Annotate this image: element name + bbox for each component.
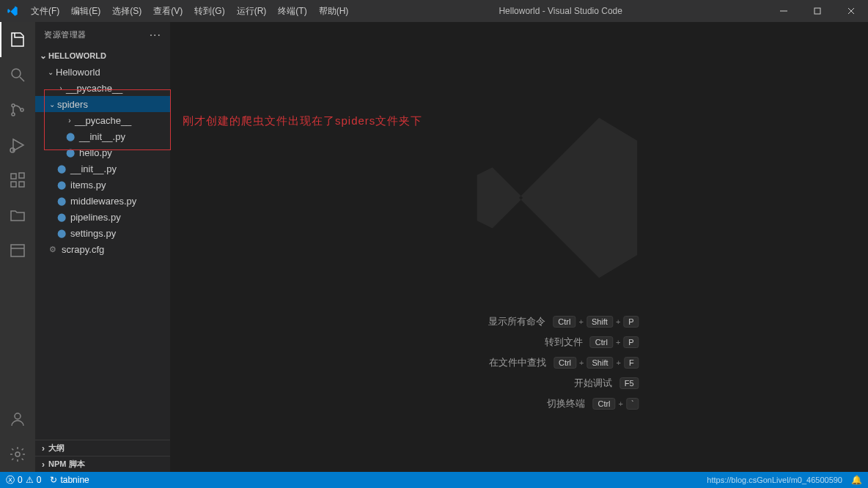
shortcut-row: 切换终端 Ctrl+ ` [399,397,639,410]
accounts-tab[interactable] [0,402,35,437]
tree-label: settings.py [70,228,116,239]
window-title: Helloworld - Visual Studio Code [354,6,767,16]
tree-file-init-spiders[interactable]: ⬤ __init__.py [35,128,170,144]
main-area: 资源管理器 ··· ⌄ HELLOWORLD ⌄ Helloworld › __… [0,22,868,472]
warning-count: 0 [37,475,42,485]
status-errors[interactable]: ⓧ0 ⚠0 [6,474,41,487]
svg-point-1 [12,69,21,78]
sync-icon: ↻ [50,475,57,485]
menu-view[interactable]: 查看(V) [147,0,188,22]
tree-folder-spiders[interactable]: ⌄ spiders [35,96,170,112]
tree-label: __pycache__ [75,115,131,126]
keycap: P [623,316,639,328]
sidebar-header: 资源管理器 ··· [35,22,170,48]
menu-selection[interactable]: 选择(S) [106,0,147,22]
folder-tab[interactable] [0,198,35,233]
vscode-logo-icon [0,5,25,17]
chevron-right-icon: › [65,117,75,125]
shortcut-label: 切换终端 [438,397,585,410]
svg-rect-6 [11,174,16,179]
keycap: Ctrl [592,398,615,410]
chevron-down-icon: ⌄ [47,100,57,108]
svg-point-3 [12,113,15,116]
search-tab[interactable] [0,57,35,92]
tree-label: scrapy.cfg [62,244,104,255]
shortcut-row: 显示所有命令 Ctrl+ Shift+ P [399,315,639,328]
tree-label: __init__.py [79,131,125,142]
panel-tab[interactable] [0,233,35,268]
menu-help[interactable]: 帮助(H) [313,0,355,22]
tree-file-init-root[interactable]: ⬤ __init__.py [35,160,170,177]
tree-file-items[interactable]: ⬤ items.py [35,177,170,193]
config-file-icon: ⚙ [47,243,59,255]
settings-tab[interactable] [0,437,35,472]
sidebar-footer: › 大纲 › NPM 脚本 [35,440,170,472]
tree-folder-pycache[interactable]: › __pycache__ [35,80,170,96]
editor-area: 显示所有命令 Ctrl+ Shift+ P 转到文件 Ctrl+ P 在文件中查… [170,22,868,472]
keycap: Ctrl [590,336,613,348]
tree-label: pipelines.py [70,212,121,223]
tree-file-middlewares[interactable]: ⬤ middlewares.py [35,193,170,209]
tree-file-pipelines[interactable]: ⬤ pipelines.py [35,209,170,225]
status-notifications[interactable]: 🔔 [851,475,862,485]
chevron-right-icon: › [38,459,48,470]
menu-go[interactable]: 转到(G) [188,0,230,22]
menu-file[interactable]: 文件(F) [25,0,65,22]
activity-bar [0,22,35,472]
keycap: Shift [586,316,613,328]
tree-file-scrapycfg[interactable]: ⚙ scrapy.cfg [35,241,170,257]
sidebar-more-icon[interactable]: ··· [150,29,161,42]
python-file-icon: ⬤ [65,130,76,142]
keycap: Ctrl [553,316,575,328]
svg-rect-7 [11,182,16,187]
menu-terminal[interactable]: 终端(T) [272,0,312,22]
python-file-icon: ⬤ [56,227,67,239]
npm-scripts-section[interactable]: › NPM 脚本 [35,456,170,472]
python-file-icon: ⬤ [56,195,67,207]
svg-rect-9 [19,173,24,178]
keycap: P [623,336,639,348]
tree-label: hello.py [79,147,112,158]
tree-label: items.py [70,180,106,191]
workspace-root-label: HELLOWORLD [48,51,106,60]
status-bar: ⓧ0 ⚠0 ↻ tabnine https://blog.csGonLivel/… [0,472,868,488]
svg-point-11 [15,413,21,419]
tree-label: __pycache__ [66,83,122,94]
extensions-tab[interactable] [0,163,35,198]
menu-run[interactable]: 运行(R) [231,0,273,22]
tabnine-label: tabnine [60,475,89,485]
maximize-button[interactable] [801,0,834,22]
shortcut-row: 在文件中查找 Ctrl+ Shift+ F [399,356,639,369]
explorer-tab[interactable] [0,22,35,57]
keycap: ` [626,398,639,410]
close-button[interactable] [834,0,868,22]
menu-edit[interactable]: 编辑(E) [65,0,106,22]
error-count: 0 [18,475,23,485]
workspace-root-header[interactable]: ⌄ HELLOWORLD [35,48,170,64]
shortcut-label: 转到文件 [436,336,583,349]
keycap: F5 [619,377,639,389]
minimize-button[interactable] [767,0,801,22]
warning-icon: ⚠ [26,475,34,485]
error-icon: ⓧ [6,474,15,487]
python-file-icon: ⬤ [56,211,67,223]
run-debug-tab[interactable] [0,127,35,163]
python-file-icon: ⬤ [65,147,76,158]
shortcut-label: 显示所有命令 [399,315,545,328]
keycap: F [624,357,639,369]
status-golive-watermark[interactable]: https://blog.csGonLivel/m0_46500590 [707,476,842,484]
source-control-tab[interactable] [0,92,35,127]
status-tabnine[interactable]: ↻ tabnine [50,475,89,485]
chevron-right-icon: › [38,443,48,454]
outline-label: 大纲 [48,443,65,454]
tree-folder-helloworld[interactable]: ⌄ Helloworld [35,64,170,80]
tree-file-hello[interactable]: ⬤ hello.py [35,144,170,160]
title-bar: 文件(F) 编辑(E) 选择(S) 查看(V) 转到(G) 运行(R) 终端(T… [0,0,868,22]
outline-section[interactable]: › 大纲 [35,440,170,456]
tree-folder-pycache2[interactable]: › __pycache__ [35,112,170,128]
keycap: Ctrl [553,357,576,369]
chevron-down-icon: ⌄ [45,68,56,76]
sidebar: 资源管理器 ··· ⌄ HELLOWORLD ⌄ Helloworld › __… [35,22,170,472]
svg-rect-8 [19,182,24,187]
tree-file-settings[interactable]: ⬤ settings.py [35,225,170,241]
